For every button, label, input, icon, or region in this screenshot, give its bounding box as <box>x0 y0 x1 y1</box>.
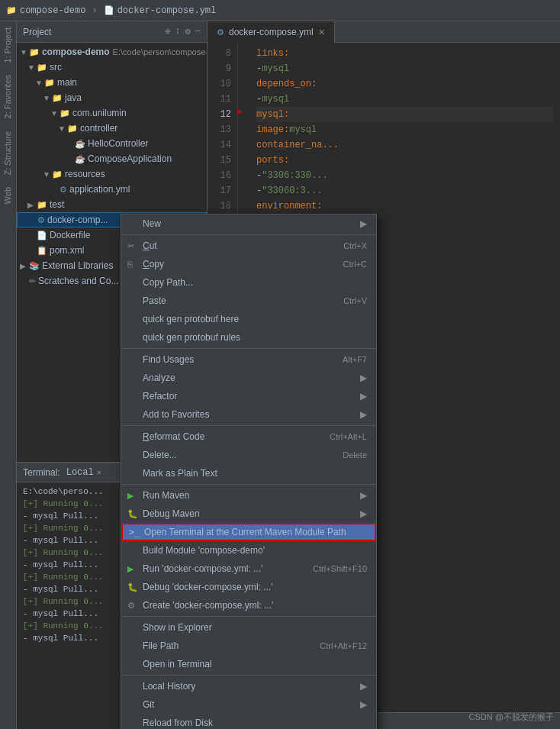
menu-item-find-usages[interactable]: Find Usages Alt+F7 <box>121 350 376 369</box>
submenu-arrow: ▶ <box>360 490 367 501</box>
submenu-arrow: ▶ <box>360 373 367 383</box>
menu-item-favorites[interactable]: Add to Favorites ▶ <box>121 405 376 424</box>
menu-item-label: Debug Maven <box>143 508 200 519</box>
menu-item-cut[interactable]: ✂ Cut Ctrl+X <box>121 237 376 255</box>
menu-item-git[interactable]: Git ▶ <box>121 695 376 714</box>
menu-item-protobuf-here[interactable]: quick gen protobuf here <box>121 310 376 328</box>
shortcut: Alt+F7 <box>343 355 367 364</box>
menu-item-debug-maven[interactable]: 🐛 Debug Maven ▶ <box>121 505 376 523</box>
run-maven-icon: ▶ <box>127 491 134 501</box>
menu-item-label: Open in Terminal <box>143 659 212 669</box>
menu-item-label: Cut <box>143 240 157 251</box>
menu-item-create-docker[interactable]: ⚙ Create 'docker-compose.yml: ...' <box>121 596 376 614</box>
menu-item-delete[interactable]: Delete... Delete <box>121 446 376 464</box>
debug-icon: 🐛 <box>127 582 138 592</box>
run-icon: ▶ <box>127 564 134 574</box>
menu-item-label: Find Usages <box>143 354 194 365</box>
menu-separator <box>121 616 376 617</box>
menu-separator <box>121 675 376 676</box>
shortcut: Ctrl+Alt+F12 <box>320 641 367 650</box>
menu-item-label: quick gen protobuf rules <box>143 332 240 343</box>
menu-item-label: Reformat Code <box>143 431 204 442</box>
menu-item-label: Delete... <box>143 450 177 460</box>
menu-item-local-history[interactable]: Local History ▶ <box>121 677 376 695</box>
menu-item-label: Git <box>143 699 154 710</box>
menu-item-label: quick gen protobuf here <box>143 314 239 324</box>
menu-item-open-terminal[interactable]: Open in Terminal <box>121 655 376 673</box>
menu-item-show-explorer[interactable]: Show in Explorer <box>121 618 376 637</box>
menu-item-label: Create 'docker-compose.yml: ...' <box>143 600 273 611</box>
menu-item-label: Open Terminal at the Current Maven Modul… <box>144 527 346 537</box>
cut-icon: ✂ <box>127 241 134 251</box>
menu-item-plain-text[interactable]: Mark as Plain Text <box>121 464 376 482</box>
menu-item-label: New <box>143 218 161 229</box>
menu-item-label: Mark as Plain Text <box>143 468 217 479</box>
menu-separator <box>121 484 376 485</box>
menu-item-label: Show in Explorer <box>143 622 212 633</box>
terminal-icon: >_ <box>129 527 140 537</box>
menu-item-reformat[interactable]: Reformat Code Ctrl+Alt+L <box>121 427 376 446</box>
menu-item-label: Local History <box>143 681 195 692</box>
submenu-arrow: ▶ <box>360 409 367 420</box>
debug-maven-icon: 🐛 <box>127 509 138 519</box>
create-icon: ⚙ <box>127 601 135 611</box>
menu-item-paste[interactable]: Paste Ctrl+V <box>121 292 376 310</box>
context-menu-overlay: New ▶ ✂ Cut Ctrl+X ⎘ Copy Ctrl+C Copy Pa… <box>0 0 560 729</box>
shortcut: Ctrl+Shift+F10 <box>313 564 367 573</box>
copy-icon: ⎘ <box>127 260 133 269</box>
shortcut: Ctrl+V <box>343 296 367 305</box>
menu-separator <box>121 348 376 349</box>
menu-item-protobuf-rules[interactable]: quick gen protobuf rules <box>121 328 376 347</box>
menu-item-build-module[interactable]: Build Module 'compose-demo' <box>121 541 376 560</box>
submenu-arrow: ▶ <box>360 699 367 710</box>
menu-item-run-maven[interactable]: ▶ Run Maven ▶ <box>121 486 376 505</box>
menu-item-label: Add to Favorites <box>143 409 209 420</box>
menu-item-open-terminal-maven[interactable]: >_ Open Terminal at the Current Maven Mo… <box>121 523 376 541</box>
menu-item-label: File Path <box>143 640 179 651</box>
menu-item-copy-path[interactable]: Copy Path... <box>121 273 376 292</box>
menu-item-label: Debug 'docker-compose.yml: ...' <box>143 582 273 592</box>
menu-item-debug-docker[interactable]: 🐛 Debug 'docker-compose.yml: ...' <box>121 578 376 596</box>
menu-item-file-path[interactable]: File Path Ctrl+Alt+F12 <box>121 637 376 655</box>
menu-item-run-docker[interactable]: ▶ Run 'docker-compose.yml: ...' Ctrl+Shi… <box>121 560 376 578</box>
menu-item-label: Reload from Disk <box>143 718 213 728</box>
menu-item-label: Analyze <box>143 373 175 383</box>
shortcut: Delete <box>343 450 367 460</box>
menu-item-label: Build Module 'compose-demo' <box>143 545 265 556</box>
menu-item-analyze[interactable]: Analyze ▶ <box>121 369 376 387</box>
shortcut: Ctrl+C <box>343 260 367 269</box>
shortcut: Ctrl+Alt+L <box>330 432 367 441</box>
menu-item-refactor[interactable]: Refactor ▶ <box>121 387 376 405</box>
menu-item-label: Paste <box>143 295 166 306</box>
menu-separator <box>121 425 376 426</box>
menu-item-label: Run Maven <box>143 490 189 501</box>
menu-item-reload[interactable]: Reload from Disk <box>121 714 376 729</box>
submenu-arrow: ▶ <box>360 391 367 402</box>
menu-separator <box>121 234 376 235</box>
menu-item-label: Refactor <box>143 391 177 402</box>
menu-item-label: Run 'docker-compose.yml: ...' <box>143 563 262 574</box>
submenu-arrow: ▶ <box>360 218 367 229</box>
shortcut: Ctrl+X <box>343 241 367 250</box>
menu-item-label: Copy <box>143 259 164 269</box>
menu-item-label: Copy Path... <box>143 277 193 288</box>
menu-item-copy[interactable]: ⎘ Copy Ctrl+C <box>121 255 376 273</box>
submenu-arrow: ▶ <box>360 681 367 692</box>
context-menu: New ▶ ✂ Cut Ctrl+X ⎘ Copy Ctrl+C Copy Pa… <box>121 214 377 729</box>
submenu-arrow: ▶ <box>360 508 367 519</box>
menu-item-new[interactable]: New ▶ <box>121 215 376 233</box>
